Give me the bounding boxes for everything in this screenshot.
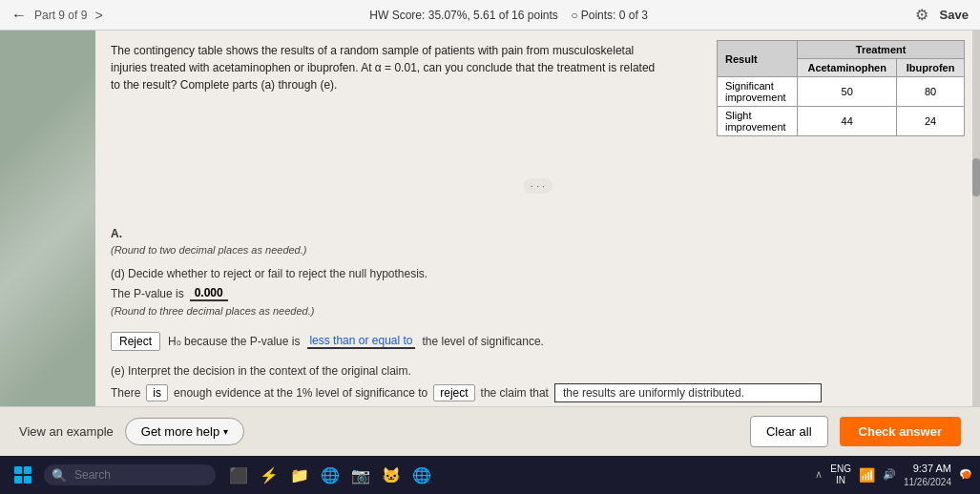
score-info: HW Score: 35.07%, 5.61 of 16 points ○ Po… bbox=[369, 9, 647, 22]
middle-text: enough evidence at the 1% level of signi… bbox=[174, 386, 427, 400]
bottom-left: View an example Get more help ▾ bbox=[19, 418, 244, 445]
search-input[interactable] bbox=[44, 464, 216, 485]
table-cell-acet-1: 50 bbox=[798, 77, 897, 107]
bottom-action-bar: View an example Get more help ▾ Clear al… bbox=[0, 406, 980, 456]
table-header-acetaminophen: Acetaminophen bbox=[798, 59, 897, 77]
content-wrapper: The contingency table shows the results … bbox=[0, 31, 980, 456]
wifi-icon: 📶 bbox=[859, 467, 875, 483]
section-a-round-note: (Round to two decimal places as needed.) bbox=[111, 244, 965, 256]
section-e-label: (e) Interpret the decision in the contex… bbox=[111, 364, 965, 378]
taskbar-icon-files[interactable]: ⬛ bbox=[225, 462, 252, 488]
check-answer-button[interactable]: Check answer bbox=[840, 417, 961, 446]
table-header-treatment: Treatment bbox=[798, 41, 965, 59]
section-d: (d) Decide whether to reject or fail to … bbox=[111, 267, 965, 355]
bottom-right: Clear all Check answer bbox=[750, 416, 961, 447]
pvalue-label: The P-value is bbox=[111, 287, 184, 300]
clock-time: 9:37 AM bbox=[904, 462, 951, 475]
notification-area[interactable]: 💬 bbox=[959, 468, 972, 481]
pvalue-box: 0.000 bbox=[190, 286, 228, 301]
save-button[interactable]: Save bbox=[940, 8, 969, 22]
table-cell-ibup-2: 24 bbox=[897, 107, 965, 136]
hw-score-label: HW Score: bbox=[369, 9, 425, 22]
left-panel bbox=[0, 31, 95, 456]
treatment-table: Result Treatment Acetaminophen Ibuprofen… bbox=[717, 40, 965, 136]
treatment-table-container: Result Treatment Acetaminophen Ibuprofen… bbox=[717, 40, 965, 136]
table-header-ibuprofen: Ibuprofen bbox=[897, 59, 965, 77]
section-d-label: (d) Decide whether to reject or fail to … bbox=[111, 267, 965, 280]
nav-part: Part 9 of 9 bbox=[34, 9, 87, 22]
level-text: the level of significance. bbox=[423, 335, 544, 348]
nav-left: ← Part 9 of 9 > bbox=[11, 7, 103, 24]
section-e: (e) Interpret the decision in the contex… bbox=[111, 364, 965, 402]
expand-indicator: · · · bbox=[523, 178, 553, 193]
reject-line: Reject H₀ because the P-value is less th… bbox=[111, 328, 965, 355]
taskbar-icons: ⬛ ⚡ 📁 🌐 📷 🐱 🌐 bbox=[225, 462, 435, 488]
table-cell-acet-2: 44 bbox=[798, 107, 897, 136]
table-row: Slightimprovement 44 24 bbox=[718, 107, 965, 136]
nav-next-arrow[interactable]: > bbox=[94, 8, 102, 23]
taskbar: 🔍 ⬛ ⚡ 📁 🌐 📷 🐱 🌐 ∧ ENG IN 📶 🔊 9:37 AM 11/… bbox=[0, 456, 980, 494]
top-bar-right: ⚙ Save bbox=[915, 6, 969, 24]
taskbar-icon-photo[interactable]: 📷 bbox=[347, 462, 374, 488]
taskbar-icon-cat[interactable]: 🐱 bbox=[378, 462, 405, 488]
reject-button[interactable]: reject bbox=[433, 384, 474, 401]
clock-date: 11/26/2024 bbox=[904, 476, 951, 488]
question-area: The contingency table shows the results … bbox=[95, 31, 980, 456]
taskbar-icon-folder[interactable]: 📁 bbox=[286, 462, 313, 488]
section-a-header: A. bbox=[111, 227, 965, 240]
h0-text: H₀ because the P-value is bbox=[168, 335, 300, 348]
search-container: 🔍 bbox=[44, 464, 216, 485]
taskbar-icon-power[interactable]: ⚡ bbox=[256, 462, 282, 488]
claim-text: the claim that bbox=[481, 386, 549, 400]
taskbar-icon-chrome[interactable]: 🌐 bbox=[317, 462, 344, 488]
taskbar-icon-edge[interactable]: 🌐 bbox=[408, 462, 435, 488]
answer-text-box: the results are uniformly distributed. bbox=[554, 383, 822, 402]
clock: 9:37 AM 11/26/2024 bbox=[904, 462, 951, 487]
table-header-result: Result bbox=[718, 41, 798, 77]
section-d-round-note: (Round to three decimal places as needed… bbox=[111, 305, 965, 317]
start-button[interactable] bbox=[8, 460, 38, 490]
there-text: There bbox=[111, 386, 140, 400]
volume-icon: 🔊 bbox=[883, 468, 896, 481]
table-cell-ibup-1: 80 bbox=[897, 77, 965, 107]
back-button[interactable]: ← bbox=[11, 7, 27, 24]
up-arrow-icon[interactable]: ∧ bbox=[815, 468, 823, 481]
gear-icon[interactable]: ⚙ bbox=[915, 6, 928, 24]
question-text: The contingency table shows the results … bbox=[111, 42, 664, 93]
points-info: ○ Points: 0 of 3 bbox=[571, 9, 648, 22]
table-cell-result-1: Significantimprovement bbox=[718, 77, 798, 107]
pvalue-line: The P-value is 0.000 bbox=[111, 286, 965, 301]
less-than-highlight: less than or equal to bbox=[307, 334, 414, 349]
language-badge: ENG IN bbox=[830, 463, 851, 486]
reject-h0-button[interactable]: Reject bbox=[111, 332, 160, 351]
section-a-label: A. bbox=[111, 227, 122, 240]
there-line: There is enough evidence at the 1% level… bbox=[111, 383, 965, 402]
is-button[interactable]: is bbox=[146, 384, 168, 401]
get-more-help-button[interactable]: Get more help ▾ bbox=[125, 418, 244, 445]
search-icon: 🔍 bbox=[52, 468, 67, 483]
clear-all-button[interactable]: Clear all bbox=[750, 416, 828, 447]
scrollbar-thumb[interactable] bbox=[972, 158, 980, 196]
section-a: A. (Round to two decimal places as neede… bbox=[111, 227, 965, 256]
top-bar: ← Part 9 of 9 > HW Score: 35.07%, 5.61 o… bbox=[0, 0, 980, 31]
table-cell-result-2: Slightimprovement bbox=[718, 107, 798, 136]
table-row: Significantimprovement 50 80 bbox=[718, 77, 965, 107]
dropdown-arrow-icon: ▾ bbox=[223, 426, 228, 437]
system-tray: ∧ ENG IN 📶 🔊 9:37 AM 11/26/2024 💬 bbox=[815, 462, 972, 487]
view-example-label: View an example bbox=[19, 424, 114, 439]
scrollbar-track[interactable] bbox=[972, 31, 980, 456]
hw-score-value: 35.07%, 5.61 of 16 points bbox=[428, 9, 558, 22]
windows-icon bbox=[14, 466, 31, 484]
